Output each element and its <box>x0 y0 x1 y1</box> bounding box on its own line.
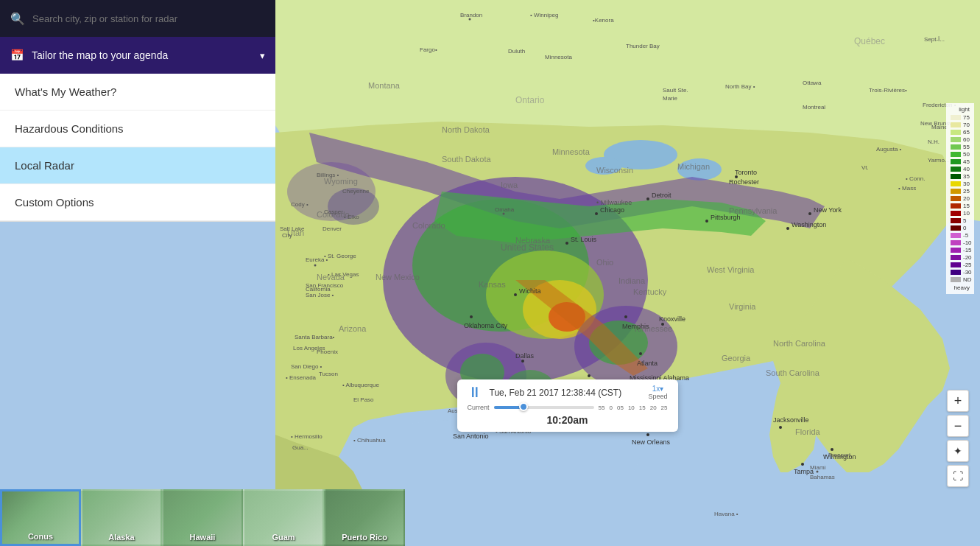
svg-text:Billings •: Billings • <box>317 172 339 178</box>
legend-item: -25 <box>951 262 970 268</box>
svg-text:San Antonio: San Antonio <box>453 433 489 440</box>
svg-text:•Kenora: •Kenora <box>593 17 614 24</box>
svg-text:Colorado: Colorado <box>412 221 445 230</box>
chevron-down-icon: ▾ <box>260 50 265 61</box>
svg-text:• Hermosillo: • Hermosillo <box>291 433 322 440</box>
speed-container[interactable]: 1x▾ Speed <box>648 385 667 400</box>
svg-text:Thunder Bay: Thunder Bay <box>626 43 660 49</box>
zoom-in-button[interactable]: + <box>947 390 969 412</box>
legend-item: 15 <box>951 203 970 209</box>
svg-point-32 <box>521 360 524 363</box>
search-icon: 🔍 <box>10 12 25 26</box>
thumbnail-puerto-rico-label: Puerto Rico <box>325 533 403 542</box>
timeline-player: ⏸ Tue, Feb 21 2017 12:38:44 (CST) 1x▾ Sp… <box>457 379 678 432</box>
legend-item: 25 <box>951 188 970 195</box>
timeline-thumb[interactable] <box>519 402 528 411</box>
speed-label: Speed <box>648 393 667 400</box>
svg-point-38 <box>624 315 627 318</box>
svg-point-44 <box>588 374 591 377</box>
timeline-tick: 55 <box>599 405 605 411</box>
svg-text:Fargo•: Fargo• <box>420 46 437 53</box>
svg-text:San Diego •: San Diego • <box>291 363 322 370</box>
menu-item-custom-options[interactable]: Custom Options <box>0 184 275 221</box>
fullscreen-button[interactable]: ⛶ <box>947 465 969 487</box>
svg-text:Jacksonville: Jacksonville <box>773 416 809 424</box>
svg-text:Nebraska: Nebraska <box>515 236 551 245</box>
thumbnail-hawaii-label: Hawaii <box>163 533 242 542</box>
svg-text:Georgia: Georgia <box>722 354 751 363</box>
player-top: ⏸ Tue, Feb 21 2017 12:38:44 (CST) 1x▾ Sp… <box>468 384 668 401</box>
timeline-track[interactable] <box>494 406 594 409</box>
zoom-out-button[interactable]: − <box>947 415 969 437</box>
thumbnail-guam[interactable]: Guam <box>243 489 324 546</box>
svg-text:Bahamas: Bahamas <box>810 474 835 480</box>
svg-point-30 <box>470 315 473 318</box>
svg-point-40 <box>639 352 642 355</box>
thumbnail-alaska[interactable]: Alaska <box>81 489 162 546</box>
svg-text:Florida: Florida <box>795 427 821 436</box>
legend-item: 35 <box>951 173 970 180</box>
legend-item: -15 <box>951 247 970 253</box>
menu-item-hazardous-conditions[interactable]: Hazardous Conditions <box>0 111 275 147</box>
svg-text:New Mexico: New Mexico <box>376 273 420 281</box>
speed-value[interactable]: 1x▾ <box>652 385 664 393</box>
svg-text:West Virginia: West Virginia <box>707 265 755 274</box>
svg-text:Wisconsin: Wisconsin <box>596 166 633 175</box>
svg-text:North Bay •: North Bay • <box>725 83 755 90</box>
svg-text:• Las Vegas: • Las Vegas <box>328 271 359 278</box>
svg-text:Santa Barbara•: Santa Barbara• <box>295 334 335 340</box>
svg-text:Casper: Casper <box>324 209 343 215</box>
svg-text:Chicago: Chicago <box>600 206 624 214</box>
recenter-button[interactable]: ✦ <box>947 440 969 462</box>
svg-point-28 <box>514 293 517 296</box>
svg-text:City: City <box>282 232 292 239</box>
svg-text:Toronto: Toronto <box>735 169 757 176</box>
menu-item-whats-my-weather[interactable]: What's My Weather? <box>0 74 275 111</box>
svg-text:Phoenix: Phoenix <box>317 349 338 355</box>
svg-text:Augusta •: Augusta • <box>876 146 902 153</box>
legend-item: 50 <box>951 151 970 158</box>
thumbnail-hawaii[interactable]: Hawaii <box>162 489 243 546</box>
search-input[interactable] <box>32 13 265 24</box>
svg-text:Marie: Marie <box>663 95 678 102</box>
svg-text:• Ensenada: • Ensenada <box>286 374 317 381</box>
svg-text:California: California <box>306 286 331 293</box>
svg-text:San Jose •: San Jose • <box>306 292 334 298</box>
svg-text:Oklahoma City: Oklahoma City <box>464 322 508 329</box>
legend-item: 55 <box>951 144 970 150</box>
player-time-display: 10:20am <box>468 414 668 426</box>
svg-text:Cheyenne: Cheyenne <box>342 188 370 195</box>
thumbnail-puerto-rico[interactable]: Puerto Rico <box>324 489 405 546</box>
legend-item: 20 <box>951 195 970 202</box>
legend-item: 5 <box>951 217 970 224</box>
menu-panel: What's My Weather? Hazardous Conditions … <box>0 74 275 222</box>
svg-text:N.H.: N.H. <box>928 139 940 145</box>
svg-text:Sault Ste.: Sault Ste. <box>663 87 688 94</box>
svg-point-105 <box>314 265 317 267</box>
menu-item-local-radar[interactable]: Local Radar <box>0 147 275 184</box>
svg-point-20 <box>705 220 708 223</box>
agenda-title: Tailor the map to your agenda <box>32 49 253 61</box>
svg-text:Salt Lake: Salt Lake <box>280 225 305 232</box>
svg-text:Michigan: Michigan <box>677 162 710 171</box>
thumbnail-conus[interactable]: Conus <box>0 489 81 546</box>
svg-point-50 <box>646 433 649 436</box>
play-pause-button[interactable]: ⏸ <box>468 384 482 401</box>
svg-text:Indiana: Indiana <box>618 276 646 285</box>
legend-item: ND <box>951 276 970 283</box>
svg-text:El Paso: El Paso <box>353 396 374 403</box>
svg-text:• Milwaukee: • Milwaukee <box>596 199 632 206</box>
svg-text:Atlanta: Atlanta <box>637 360 658 367</box>
svg-text:Washington: Washington <box>792 221 826 228</box>
player-timeline[interactable]: Current 55 0 05 10 15 20 25 <box>468 404 668 411</box>
svg-text:Brandon: Brandon <box>460 12 482 18</box>
agenda-bar[interactable]: 📅 Tailor the map to your agenda ▾ <box>0 37 275 74</box>
svg-point-18 <box>646 197 649 200</box>
legend-item: -10 <box>951 239 970 246</box>
search-bar[interactable]: 🔍 <box>0 0 275 37</box>
svg-text:• Winnipeg: • Winnipeg <box>530 12 558 18</box>
legend-item: -5 <box>951 232 970 239</box>
svg-text:Pennsylvania: Pennsylvania <box>729 206 778 215</box>
legend-item: 30 <box>951 181 970 187</box>
svg-text:Ottawa: Ottawa <box>803 80 822 86</box>
